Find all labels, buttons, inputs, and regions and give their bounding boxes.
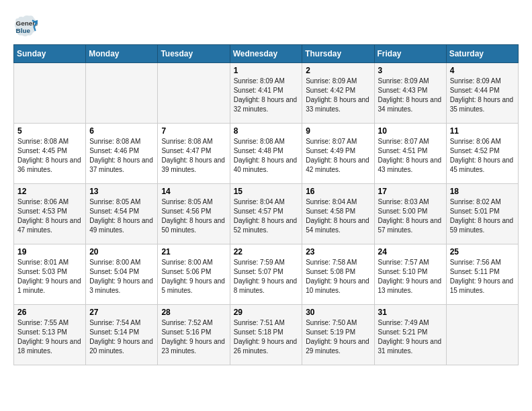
calendar-cell: 22Sunrise: 7:59 AMSunset: 5:07 PMDayligh… [230,244,302,305]
calendar-cell: 28Sunrise: 7:52 AMSunset: 5:16 PMDayligh… [158,305,230,365]
day-number: 23 [306,247,370,257]
header-wednesday: Wednesday [230,45,302,63]
calendar-cell: 21Sunrise: 8:00 AMSunset: 5:06 PMDayligh… [158,244,230,305]
day-number: 30 [306,308,370,317]
header-tuesday: Tuesday [158,45,230,63]
day-info: Sunrise: 8:08 AMSunset: 4:45 PMDaylight:… [17,137,82,175]
calendar-cell: 9Sunrise: 8:07 AMSunset: 4:49 PMDaylight… [302,124,374,184]
day-info: Sunrise: 8:05 AMSunset: 4:54 PMDaylight:… [89,197,154,235]
week-row-4: 19Sunrise: 8:01 AMSunset: 5:03 PMDayligh… [14,244,519,305]
day-info: Sunrise: 8:09 AMSunset: 4:44 PMDaylight:… [450,77,515,114]
day-info: Sunrise: 8:09 AMSunset: 4:41 PMDaylight:… [234,77,299,114]
header-monday: Monday [86,45,158,63]
day-number: 4 [450,66,515,75]
calendar-cell: 11Sunrise: 8:06 AMSunset: 4:52 PMDayligh… [446,124,518,184]
day-number: 17 [378,187,443,196]
logo: General Blue [13,13,38,38]
day-number: 7 [161,126,226,136]
day-number: 29 [234,308,299,317]
calendar-cell: 26Sunrise: 7:55 AMSunset: 5:13 PMDayligh… [14,305,86,365]
day-number: 22 [234,247,299,257]
calendar-cell: 27Sunrise: 7:54 AMSunset: 5:14 PMDayligh… [86,305,158,365]
header-sunday: Sunday [14,45,86,63]
calendar-cell: 8Sunrise: 8:08 AMSunset: 4:48 PMDaylight… [230,124,302,184]
day-number: 11 [450,126,515,136]
day-info: Sunrise: 7:51 AMSunset: 5:18 PMDaylight:… [234,318,299,356]
calendar-cell: 17Sunrise: 8:03 AMSunset: 5:00 PMDayligh… [374,184,446,244]
calendar-cell: 20Sunrise: 8:00 AMSunset: 5:04 PMDayligh… [86,244,158,305]
day-number: 5 [17,126,82,136]
day-number: 26 [17,308,82,317]
calendar-cell: 4Sunrise: 8:09 AMSunset: 4:44 PMDaylight… [446,63,518,124]
day-number: 18 [450,187,515,196]
day-number: 1 [234,66,299,75]
week-row-2: 5Sunrise: 8:08 AMSunset: 4:45 PMDaylight… [14,124,519,184]
calendar-cell [14,63,86,124]
day-info: Sunrise: 8:06 AMSunset: 4:52 PMDaylight:… [450,137,515,175]
day-info: Sunrise: 8:05 AMSunset: 4:56 PMDaylight:… [161,197,226,235]
day-number: 8 [234,126,299,136]
calendar-cell: 7Sunrise: 8:08 AMSunset: 4:47 PMDaylight… [158,124,230,184]
day-info: Sunrise: 7:54 AMSunset: 5:14 PMDaylight:… [89,318,154,356]
calendar-cell: 25Sunrise: 7:56 AMSunset: 5:11 PMDayligh… [446,244,518,305]
day-number: 10 [378,126,443,136]
calendar-cell: 31Sunrise: 7:49 AMSunset: 5:21 PMDayligh… [374,305,446,365]
day-info: Sunrise: 8:04 AMSunset: 4:58 PMDaylight:… [306,197,370,235]
day-info: Sunrise: 8:03 AMSunset: 5:00 PMDaylight:… [378,197,443,235]
day-info: Sunrise: 8:00 AMSunset: 5:06 PMDaylight:… [161,258,226,295]
calendar-cell: 12Sunrise: 8:06 AMSunset: 4:53 PMDayligh… [14,184,86,244]
day-info: Sunrise: 7:56 AMSunset: 5:11 PMDaylight:… [450,258,515,295]
day-number: 6 [89,126,154,136]
day-info: Sunrise: 8:09 AMSunset: 4:43 PMDaylight:… [378,77,443,114]
calendar-cell: 23Sunrise: 7:58 AMSunset: 5:08 PMDayligh… [302,244,374,305]
calendar-cell [158,63,230,124]
day-info: Sunrise: 8:02 AMSunset: 5:01 PMDaylight:… [450,197,515,235]
calendar-cell: 1Sunrise: 8:09 AMSunset: 4:41 PMDaylight… [230,63,302,124]
day-number: 2 [306,66,370,75]
day-info: Sunrise: 7:58 AMSunset: 5:08 PMDaylight:… [306,258,370,295]
logo-icon: General Blue [13,13,38,38]
day-number: 28 [161,308,226,317]
day-number: 21 [161,247,226,257]
day-number: 12 [17,187,82,196]
day-number: 14 [161,187,226,196]
day-info: Sunrise: 7:52 AMSunset: 5:16 PMDaylight:… [161,318,226,356]
calendar-cell [446,305,518,365]
day-number: 9 [306,126,370,136]
week-row-5: 26Sunrise: 7:55 AMSunset: 5:13 PMDayligh… [14,305,519,365]
day-number: 25 [450,247,515,257]
day-info: Sunrise: 7:59 AMSunset: 5:07 PMDaylight:… [234,258,299,295]
header-thursday: Thursday [302,45,374,63]
day-number: 19 [17,247,82,257]
calendar-cell: 30Sunrise: 7:50 AMSunset: 5:19 PMDayligh… [302,305,374,365]
calendar-cell: 13Sunrise: 8:05 AMSunset: 4:54 PMDayligh… [86,184,158,244]
day-info: Sunrise: 8:01 AMSunset: 5:03 PMDaylight:… [17,258,82,295]
day-number: 24 [378,247,443,257]
week-row-1: 1Sunrise: 8:09 AMSunset: 4:41 PMDaylight… [14,63,519,124]
day-number: 13 [89,187,154,196]
day-info: Sunrise: 7:55 AMSunset: 5:13 PMDaylight:… [17,318,82,356]
day-info: Sunrise: 8:04 AMSunset: 4:57 PMDaylight:… [234,197,299,235]
day-number: 15 [234,187,299,196]
day-number: 20 [89,247,154,257]
day-number: 31 [378,308,443,317]
header-saturday: Saturday [446,45,518,63]
calendar-cell: 14Sunrise: 8:05 AMSunset: 4:56 PMDayligh… [158,184,230,244]
week-row-3: 12Sunrise: 8:06 AMSunset: 4:53 PMDayligh… [14,184,519,244]
day-info: Sunrise: 7:49 AMSunset: 5:21 PMDaylight:… [378,318,443,356]
svg-text:Blue: Blue [16,27,31,34]
calendar-table: SundayMondayTuesdayWednesdayThursdayFrid… [13,44,519,365]
day-number: 16 [306,187,370,196]
day-number: 27 [89,308,154,317]
calendar-cell: 19Sunrise: 8:01 AMSunset: 5:03 PMDayligh… [14,244,86,305]
calendar-cell: 29Sunrise: 7:51 AMSunset: 5:18 PMDayligh… [230,305,302,365]
calendar-cell: 5Sunrise: 8:08 AMSunset: 4:45 PMDaylight… [14,124,86,184]
day-info: Sunrise: 8:07 AMSunset: 4:51 PMDaylight:… [378,137,443,175]
day-number: 3 [378,66,443,75]
header-friday: Friday [374,45,446,63]
day-info: Sunrise: 8:06 AMSunset: 4:53 PMDaylight:… [17,197,82,235]
calendar-cell [86,63,158,124]
calendar-cell: 18Sunrise: 8:02 AMSunset: 5:01 PMDayligh… [446,184,518,244]
calendar-cell: 3Sunrise: 8:09 AMSunset: 4:43 PMDaylight… [374,63,446,124]
calendar-cell: 16Sunrise: 8:04 AMSunset: 4:58 PMDayligh… [302,184,374,244]
